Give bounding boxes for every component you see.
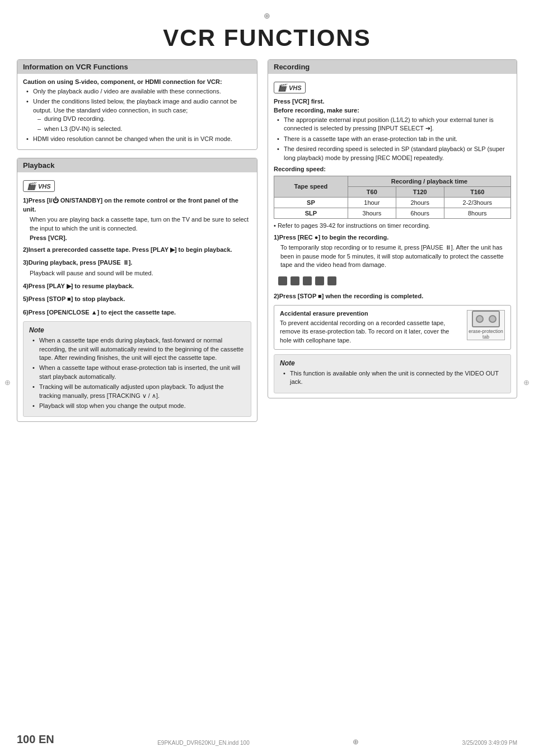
list-item: This function is available only when the… — [283, 369, 505, 387]
playback-step-2: 2)Insert a prerecorded cassette tape. Pr… — [23, 246, 251, 254]
rec-step1-body: To temporarily stop recording or to resu… — [280, 243, 511, 269]
playback-step-6: 6)Press [OPEN/CLOSE ▲] to eject the cass… — [23, 308, 251, 317]
recording-step-1: 1)Press [REC ●] to begin the recording. … — [274, 233, 511, 270]
refer-text: • Refer to pages 39-42 for instructions … — [274, 222, 511, 229]
tape-body — [472, 311, 500, 327]
before-bullet-list: The appropriate external input position … — [274, 116, 511, 162]
playback-step-3: 3)During playback, press [PAUSE ⏸]. Play… — [23, 259, 251, 278]
playback-note: Note When a cassette tape ends during pl… — [23, 321, 251, 417]
recording-step-2: 2)Press [STOP ■] when the recording is c… — [274, 292, 511, 300]
recording-section: Recording 🎬 VHS Press [VCR] first. Befor… — [268, 59, 517, 398]
table-row: 1hour — [348, 197, 396, 208]
info-section-header: Information on VCR Functions — [17, 60, 257, 74]
step1-title: 1)Press [I/⏻ ON/STANDBY] on the remote c… — [23, 196, 251, 214]
cassette-dot — [327, 276, 336, 285]
list-item: There is a cassette tape with an erase-p… — [277, 135, 511, 143]
table-row: SP — [274, 197, 348, 208]
page-title: VCR FUNCTIONS — [17, 25, 517, 51]
table-t160: T160 — [444, 186, 510, 197]
playback-step-4: 4)Press [PLAY ▶] to resume playback. — [23, 282, 251, 290]
list-item: HDMI video resolution cannot be changed … — [26, 135, 251, 143]
playback-header: Playback — [17, 158, 257, 172]
reel-right — [489, 315, 496, 323]
reg-mark-bottom: ⊕ — [353, 738, 359, 746]
list-item: When a cassette tape ends during playbac… — [32, 336, 245, 362]
list-item: When a cassette tape without erase-prote… — [32, 364, 245, 381]
page-number: 100 EN — [17, 733, 54, 746]
table-t120: T120 — [396, 186, 444, 197]
info-section: Information on VCR Functions Caution on … — [17, 59, 257, 150]
vhs-logo: 🎬 VHS — [23, 180, 55, 192]
table-row: 8hours — [444, 208, 510, 218]
cassette-dot — [291, 276, 299, 285]
table-row: 3hours — [348, 208, 396, 218]
list-item: Playback will stop when you change the o… — [32, 402, 245, 410]
playback-step-5: 5)Press [STOP ■] to stop playback. — [23, 295, 251, 303]
list-item: Under the conditions listed below, the p… — [26, 97, 251, 133]
reel-left — [476, 315, 484, 323]
file-info-left: E9PKAUD_DVR620KU_EN.indd 100 — [157, 740, 250, 746]
table-row: 6hours — [396, 208, 444, 218]
table-row: SLP — [274, 208, 348, 218]
recording-speed-table: Tape speed Recording / playback time Typ… — [274, 176, 511, 219]
speed-header: Recording speed: — [274, 166, 511, 172]
before-recording-title: Before recording, make sure: — [274, 107, 511, 114]
table-row: 2hours — [396, 197, 444, 208]
table-col-tape: Tape speed — [274, 176, 348, 197]
recording-header: Recording — [268, 60, 517, 74]
rec-step2-title: 2)Press [STOP ■] when the recording is c… — [274, 292, 511, 300]
list-item: Tracking will be automatically adjusted … — [32, 383, 245, 400]
step2-title: 2)Insert a prerecorded cassette tape. Pr… — [23, 246, 251, 254]
cassette-illustration — [274, 276, 511, 285]
step4-title: 4)Press [PLAY ▶] to resume playback. — [23, 282, 251, 290]
step6-title: 6)Press [OPEN/CLOSE ▲] to eject the cass… — [23, 308, 251, 317]
step1-body: When you are playing back a cassette tap… — [30, 215, 251, 233]
vhs-logo-recording: 🎬 VHS — [274, 82, 306, 93]
film-icon-recording: 🎬 — [278, 83, 287, 92]
list-item: The desired recording speed is selected … — [277, 145, 511, 162]
bottom-bar: 100 EN E9PKAUD_DVR620KU_EN.indd 100 ⊕ 3/… — [0, 733, 534, 746]
note-bullet-list: When a cassette tape ends during playbac… — [29, 336, 245, 410]
caution-title: Caution on using S-video, component, or … — [23, 78, 251, 85]
playback-section: Playback 🎬 VHS 1)Press [I/⏻ ON/STANDBY] … — [17, 158, 257, 422]
step3-title: 3)During playback, press [PAUSE ⏸]. — [23, 259, 251, 267]
film-icon: 🎬 — [27, 182, 36, 190]
list-item: Only the playback audio / video are avai… — [26, 87, 251, 96]
file-info-right: 3/25/2009 3:49:09 PM — [462, 740, 517, 746]
table-col-time: Recording / playback time — [348, 176, 510, 186]
press-vcr: Press [VCR] first. — [274, 98, 511, 105]
erase-illustration: erase-protection tab — [467, 310, 505, 340]
recording-note: Note This function is available only whe… — [274, 354, 511, 393]
cassette-dot — [303, 276, 312, 285]
accidental-box: erase-protection tab Accidental erasure … — [274, 305, 511, 350]
info-bullet-list: Only the playback audio / video are avai… — [23, 87, 251, 143]
cassette-dot — [278, 276, 287, 285]
cassette-dot — [315, 276, 324, 285]
note2-title: Note — [280, 359, 505, 367]
dash-item: during DVD recording. — [33, 115, 251, 123]
note-title: Note — [29, 326, 245, 334]
rec-step1-title: 1)Press [REC ●] to begin the recording. — [274, 233, 511, 242]
step5-title: 5)Press [STOP ■] to stop playback. — [23, 295, 251, 303]
list-item: The appropriate external input position … — [277, 116, 511, 133]
reg-mark-side-left: ⊕ — [4, 378, 11, 387]
dash-item: when L3 (DV-IN) is selected. — [33, 125, 251, 133]
step3-body: Playback will pause and sound will be mu… — [30, 269, 251, 278]
step1-sub: Press [VCR]. — [30, 234, 251, 241]
table-t60: T60 — [348, 186, 396, 197]
erase-label: erase-protection tab — [467, 328, 504, 340]
reg-mark-side-right: ⊕ — [523, 378, 530, 387]
table-row: 2-2/3hours — [444, 197, 510, 208]
reg-mark-top: ⊕ — [17, 11, 517, 20]
note2-bullet-list: This function is available only when the… — [280, 369, 505, 387]
playback-step-1: 1)Press [I/⏻ ON/STANDBY] on the remote c… — [23, 196, 251, 241]
